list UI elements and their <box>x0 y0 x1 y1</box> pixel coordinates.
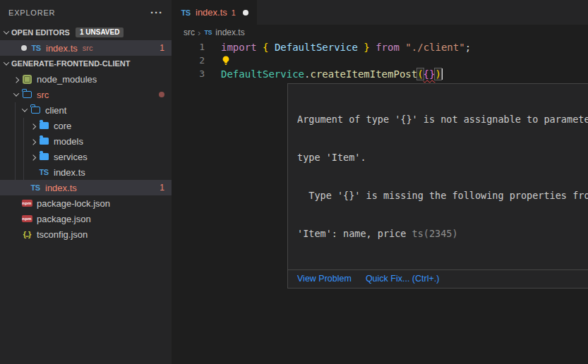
view-problem-link[interactable]: View Problem <box>297 274 352 284</box>
folder-icon <box>38 153 49 160</box>
quick-fix-link[interactable]: Quick Fix... (Ctrl+.) <box>366 274 440 284</box>
more-actions-icon[interactable]: ··· <box>150 6 163 18</box>
tab-bar: TS index.ts 1 <box>172 0 588 25</box>
error-message-line: Type '{}' is missing the following prope… <box>297 189 588 202</box>
chevron-down-icon <box>1 59 11 68</box>
package-folder-icon <box>21 75 32 84</box>
tab-modified-dot[interactable] <box>243 10 248 16</box>
breadcrumb: src › TS index.ts <box>172 25 588 40</box>
tree-item-core[interactable]: core <box>0 118 172 133</box>
typescript-file-icon: TS <box>180 8 191 17</box>
code-line-2: 2 <box>172 54 588 67</box>
explorer-title: EXPLORER <box>8 8 55 17</box>
breadcrumb-file[interactable]: index.ts <box>215 28 244 37</box>
tree-item-src[interactable]: src <box>0 87 172 102</box>
tree-item-models[interactable]: models <box>0 133 172 149</box>
open-editor-file-name: index.ts <box>46 43 78 54</box>
file-tree: node_modules src client core <box>0 71 172 242</box>
tree-item-src-index-ts[interactable]: TS index.ts 1 <box>0 180 172 195</box>
line-number: 3 <box>172 68 205 79</box>
error-count-badge: 1 <box>160 43 164 53</box>
lightbulb-icon[interactable] <box>221 55 231 66</box>
npm-file-icon: npm <box>21 200 32 207</box>
modified-dot-icon <box>21 45 27 51</box>
chevron-down-icon <box>11 90 21 99</box>
typescript-file-icon: TS <box>203 29 212 36</box>
chevron-right-icon <box>28 121 38 131</box>
code-line-3: 3 DefaultService.createItemItemPost({}) <box>172 67 588 80</box>
tree-item-node-modules[interactable]: node_modules <box>0 71 172 87</box>
tree-item-tsconfig-json[interactable]: {..} tsconfig.json <box>0 226 172 242</box>
workspace-section-header[interactable]: GENERATE-FRONTEND-CLIENT <box>0 56 172 71</box>
error-count-badge: 1 <box>160 183 164 193</box>
error-message-line: type 'Item'. <box>297 151 588 164</box>
hover-actions: View Problem Quick Fix... (Ctrl+.) <box>288 269 588 288</box>
text-cursor <box>442 68 443 80</box>
tab-label: index.ts <box>196 7 227 18</box>
open-editors-section-header[interactable]: OPEN EDITORS 1 UNSAVED <box>0 25 172 40</box>
breadcrumb-separator: › <box>198 28 200 38</box>
folder-open-icon <box>30 107 41 114</box>
error-code-ref: ts(2345) <box>412 228 458 239</box>
npm-file-icon: npm <box>21 215 32 222</box>
tree-item-package-lock-json[interactable]: npm package-lock.json <box>0 195 172 211</box>
line-number: 1 <box>172 42 205 52</box>
unsaved-badge: 1 UNSAVED <box>76 28 124 37</box>
chevron-down-icon <box>1 28 11 37</box>
code-line-1: 1 import { DefaultService } from "./clie… <box>172 40 588 54</box>
typescript-file-icon: TS <box>38 168 49 176</box>
folder-icon <box>38 122 49 129</box>
open-editors-label: OPEN EDITORS <box>11 28 70 37</box>
open-editor-item-index-ts[interactable]: TS index.ts src 1 <box>0 40 172 56</box>
workspace-label: GENERATE-FRONTEND-CLIENT <box>11 59 130 68</box>
folder-icon <box>38 138 49 145</box>
tree-item-client[interactable]: client <box>0 102 172 118</box>
error-hover-tooltip: Argument of type '{}' is not assignable … <box>287 83 588 289</box>
folder-open-icon <box>21 91 32 98</box>
explorer-header: EXPLORER ··· <box>0 0 172 25</box>
typescript-file-icon: TS <box>30 44 42 52</box>
breadcrumb-folder[interactable]: src <box>184 28 195 37</box>
tree-item-package-json[interactable]: npm package.json <box>0 211 172 226</box>
line-number: 2 <box>172 55 205 66</box>
open-editor-file-path: src <box>83 44 93 52</box>
tree-item-services[interactable]: services <box>0 149 172 164</box>
error-message-line: Argument of type '{}' is not assignable … <box>297 113 588 126</box>
error-message: Argument of type '{}' is not assignable … <box>288 84 588 269</box>
chevron-down-icon <box>20 105 30 115</box>
error-message-line: 'Item': name, price ts(2345) <box>297 227 588 240</box>
modified-indicator-dot <box>159 92 164 97</box>
chevron-right-icon <box>11 74 21 84</box>
tree-item-client-index-ts[interactable]: TS index.ts <box>0 164 172 180</box>
vscode-window: EXPLORER ··· OPEN EDITORS 1 UNSAVED TS i… <box>0 0 588 364</box>
tab-index-ts[interactable]: TS index.ts 1 <box>172 0 257 25</box>
json-config-file-icon: {..} <box>21 230 32 238</box>
explorer-sidebar: EXPLORER ··· OPEN EDITORS 1 UNSAVED TS i… <box>0 0 172 364</box>
tab-error-count: 1 <box>232 8 236 17</box>
typescript-file-icon: TS <box>30 183 41 192</box>
chevron-right-icon <box>28 152 38 162</box>
chevron-right-icon <box>28 136 38 146</box>
